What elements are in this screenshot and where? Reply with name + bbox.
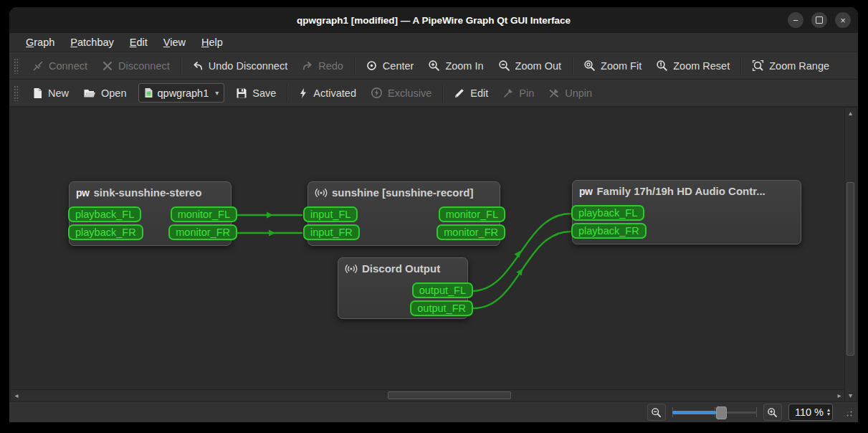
edit-pencil-icon — [454, 87, 465, 99]
unpin-icon — [548, 87, 560, 99]
unpin-button[interactable]: Unpin — [541, 83, 599, 103]
exclusive-label: Exclusive — [388, 87, 431, 99]
redo-button[interactable]: Redo — [295, 56, 350, 76]
activated-button[interactable]: Activated — [291, 83, 363, 103]
vertical-scrollbar[interactable]: ▴ ▾ — [844, 108, 856, 401]
zoom-range-icon — [752, 60, 764, 72]
zoom-in-icon — [767, 407, 778, 418]
toolbar-drag-handle[interactable] — [14, 58, 19, 74]
port-output[interactable]: monitor_FR — [437, 224, 505, 240]
arrow-icon — [269, 230, 275, 237]
port-output[interactable]: output_FL — [412, 282, 473, 298]
new-button[interactable]: New — [25, 83, 76, 103]
connect-label: Connect — [49, 60, 87, 72]
port-input[interactable]: playback_FR — [68, 224, 143, 240]
menu-patchbay[interactable]: Patchbay — [64, 35, 120, 49]
save-icon — [236, 87, 247, 99]
node-sunshine-record[interactable]: sunshine [sunshine-record] input_FL inpu… — [307, 181, 500, 246]
center-button[interactable]: Center — [358, 56, 421, 76]
center-label: Center — [383, 60, 414, 72]
pipewire-icon: pw — [579, 186, 592, 197]
graph-view: pw sink-sunshine-stereo playback_FL play… — [10, 107, 857, 402]
toolbar-separator — [181, 57, 181, 75]
zoom-range-button[interactable]: Zoom Range — [745, 56, 836, 76]
zoom-in-label: Zoom In — [445, 60, 483, 72]
zoom-reset-label: Zoom Reset — [673, 60, 730, 72]
spin-down-icon[interactable]: ▾ — [827, 412, 830, 417]
port-output[interactable]: monitor_FL — [439, 206, 505, 222]
node-discord-output[interactable]: Discord Output output_FL output_FR — [338, 257, 468, 319]
scroll-up-arrow-icon[interactable]: ▴ — [845, 108, 856, 118]
scroll-right-arrow-icon[interactable]: ▸ — [834, 390, 844, 401]
zoom-percent-spinbox[interactable]: 110 % ▴▾ — [788, 404, 833, 421]
open-folder-icon — [83, 87, 96, 99]
spinbox-arrows[interactable]: ▴▾ — [827, 408, 830, 417]
patchbay-select-value: qpwgraph1 — [158, 87, 209, 99]
zoom-out-icon — [651, 407, 662, 418]
port-input[interactable]: playback_FR — [571, 223, 647, 239]
statusbar-zoom-in-button[interactable] — [763, 404, 782, 421]
vertical-scrollbar-thumb[interactable] — [846, 182, 854, 356]
node-title: Discord Output — [362, 262, 440, 275]
graph-toolbar: Connect Disconnect Undo Disconnect Redo … — [9, 52, 858, 80]
pipewire-icon: pw — [76, 187, 89, 199]
node-sink-sunshine-stereo[interactable]: pw sink-sunshine-stereo playback_FL play… — [69, 181, 232, 246]
pin-button[interactable]: Pin — [495, 83, 541, 103]
zoom-fit-label: Zoom Fit — [601, 60, 642, 72]
broadcast-icon — [315, 187, 328, 199]
port-output[interactable]: monitor_FR — [168, 224, 237, 240]
zoom-out-icon — [498, 60, 510, 72]
horizontal-scrollbar-thumb[interactable] — [388, 391, 511, 399]
zoom-reset-button[interactable]: Zoom Reset — [649, 56, 737, 76]
save-button[interactable]: Save — [229, 83, 283, 103]
new-file-icon — [32, 87, 43, 99]
edit-button[interactable]: Edit — [447, 83, 495, 103]
titlebar[interactable]: qpwgraph1 [modified] — A PipeWire Graph … — [9, 7, 858, 33]
patchbay-toolbar: New Open qpwgraph1 ▾ Save Activated — [9, 80, 858, 107]
port-input[interactable]: playback_FL — [571, 205, 644, 221]
close-button[interactable]: × — [835, 12, 851, 28]
zoom-reset-icon — [656, 60, 668, 72]
port-output[interactable]: output_FR — [410, 300, 473, 316]
menubar: Graph Patchbay Edit View Help — [9, 33, 858, 52]
minimize-button[interactable]: − — [788, 12, 803, 28]
disconnect-button[interactable]: Disconnect — [95, 56, 177, 76]
scroll-down-arrow-icon[interactable]: ▾ — [845, 391, 856, 401]
port-input[interactable]: input_FL — [303, 206, 358, 222]
menu-graph[interactable]: Graph — [19, 35, 61, 49]
exclusive-button[interactable]: Exclusive — [363, 83, 439, 103]
menu-view[interactable]: View — [157, 35, 192, 49]
menu-edit[interactable]: Edit — [123, 35, 154, 49]
window-title: qpwgraph1 [modified] — A PipeWire Graph … — [297, 15, 571, 26]
node-title: sink-sunshine-stereo — [93, 186, 201, 199]
connect-button[interactable]: Connect — [25, 56, 95, 76]
connections-layer — [11, 108, 844, 389]
maximize-button[interactable] — [811, 12, 827, 28]
open-button[interactable]: Open — [76, 83, 133, 103]
patchbay-select[interactable]: qpwgraph1 ▾ — [138, 83, 225, 103]
port-input[interactable]: playback_FL — [68, 206, 141, 222]
zoom-slider-fill — [672, 411, 716, 414]
undo-button[interactable]: Undo Disconnect — [185, 56, 295, 76]
port-input[interactable]: input_FR — [303, 224, 360, 240]
node-title: sunshine [sunshine-record] — [332, 186, 474, 199]
window-resize-grip[interactable] — [842, 406, 854, 418]
chevron-down-icon: ▾ — [215, 89, 219, 97]
zoom-fit-icon — [583, 60, 596, 72]
zoom-in-button[interactable]: Zoom In — [421, 56, 490, 76]
node-family-hd-audio[interactable]: pw Family 17h/19h HD Audio Contr... play… — [572, 180, 801, 244]
toolbar-drag-handle[interactable] — [14, 85, 19, 101]
zoom-slider[interactable] — [672, 405, 757, 419]
scroll-left-arrow-icon[interactable]: ◂ — [11, 390, 22, 401]
menu-help[interactable]: Help — [195, 35, 229, 49]
statusbar: 110 % ▴▾ — [9, 401, 858, 422]
toolbar-separator — [572, 57, 573, 75]
zoom-slider-handle[interactable] — [716, 406, 727, 419]
statusbar-zoom-out-button[interactable] — [647, 404, 666, 421]
zoom-out-button[interactable]: Zoom Out — [491, 56, 568, 76]
horizontal-scrollbar[interactable]: ◂ ▸ — [11, 389, 844, 401]
graph-canvas[interactable]: pw sink-sunshine-stereo playback_FL play… — [11, 108, 844, 389]
port-output[interactable]: monitor_FL — [171, 206, 237, 222]
zoom-fit-button[interactable]: Zoom Fit — [576, 56, 649, 76]
undo-icon — [192, 60, 204, 72]
